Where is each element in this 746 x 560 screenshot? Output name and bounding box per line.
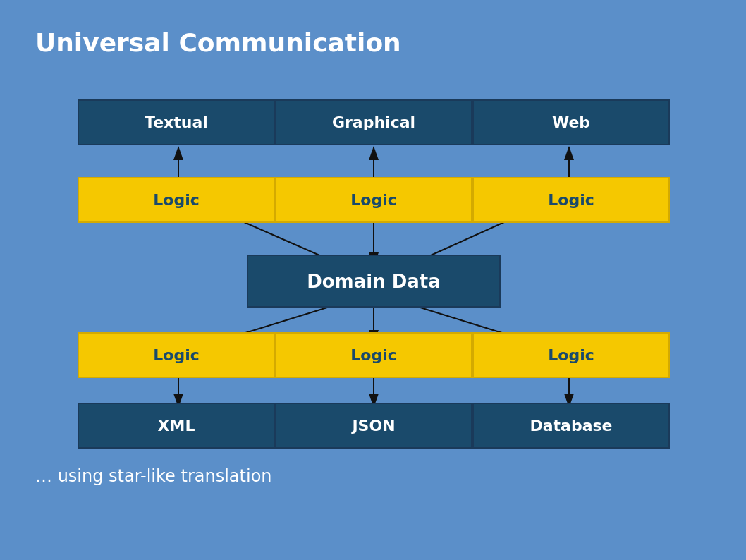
domain-data-node: Domain Data: [247, 255, 501, 308]
logic-top-right-node: Logic: [472, 177, 670, 223]
slide-subtitle: … using star-like translation: [35, 466, 711, 486]
logic-bot-mid-node: Logic: [275, 332, 472, 378]
logic-top-left-node: Logic: [78, 177, 275, 223]
slide-title: Universal Communication: [35, 28, 711, 57]
graphical-node: Graphical: [275, 99, 472, 145]
logic-bot-right-node: Logic: [472, 332, 670, 378]
textual-node: Textual: [78, 99, 275, 145]
logic-bot-left-node: Logic: [78, 332, 275, 378]
web-node: Web: [472, 99, 670, 145]
json-node: JSON: [275, 403, 472, 449]
database-node: Database: [472, 403, 670, 449]
slide: Universal Communication: [0, 0, 746, 560]
xml-node: XML: [78, 403, 275, 449]
diagram-area: Textual Graphical Web Logic Logic Logic …: [35, 85, 711, 452]
logic-top-mid-node: Logic: [275, 177, 472, 223]
